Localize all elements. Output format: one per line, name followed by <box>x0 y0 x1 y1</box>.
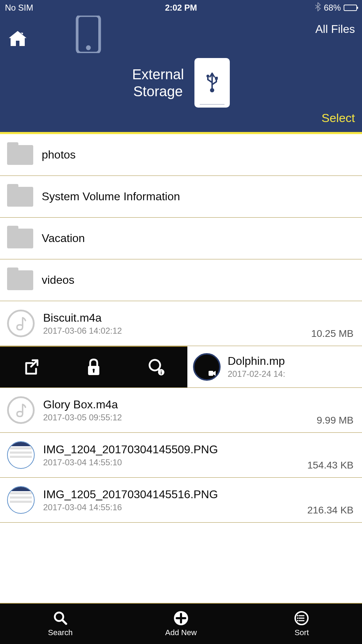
svg-point-17 <box>297 620 298 621</box>
sort-icon <box>294 610 309 626</box>
item-name: Glory Box.m4a <box>43 398 355 411</box>
item-size: 10.25 MB <box>311 328 354 339</box>
usb-storage-icon[interactable] <box>194 58 230 108</box>
item-name: photos <box>42 148 355 161</box>
add-new-button[interactable]: Add New <box>121 604 241 644</box>
svg-point-3 <box>206 75 209 77</box>
folder-icon <box>7 187 33 207</box>
share-button[interactable] <box>21 357 42 378</box>
item-name: IMG_1205_20170304145516.PNG <box>43 488 355 501</box>
item-name: IMG_1204_20170304145509.PNG <box>43 443 355 456</box>
list-item[interactable]: Vacation <box>0 218 362 259</box>
svg-point-2 <box>210 88 214 92</box>
info-button[interactable]: i <box>146 357 167 378</box>
folder-icon <box>7 270 33 290</box>
item-name: videos <box>42 274 355 287</box>
status-bar: No SIM 2:02 PM 68% <box>0 0 362 16</box>
item-meta: 2017-03-05 09:55:12 <box>43 413 355 422</box>
battery-icon <box>344 5 357 11</box>
list-item[interactable]: Glory Box.m4a 2017-03-05 09:55:12 9.99 M… <box>0 388 362 433</box>
item-size: 216.34 KB <box>307 505 354 516</box>
item-size: 154.43 KB <box>307 460 354 471</box>
svg-rect-7 <box>93 370 94 373</box>
item-meta: 2017-03-06 14:02:12 <box>43 326 355 336</box>
bottom-toolbar: Search Add New Sort <box>0 603 362 644</box>
list-item[interactable]: Biscuit.m4a 2017-03-06 14:02:12 10.25 MB <box>0 301 362 346</box>
svg-text:i: i <box>160 370 162 375</box>
carrier-text: No SIM <box>5 3 122 13</box>
item-name: System Volume Information <box>42 190 355 203</box>
home-button[interactable] <box>7 19 28 51</box>
sort-button[interactable]: Sort <box>241 604 362 644</box>
list-item[interactable]: IMG_1205_20170304145516.PNG 2017-03-04 1… <box>0 478 362 523</box>
list-item[interactable]: videos <box>0 259 362 301</box>
page-title: External Storage <box>132 66 184 100</box>
audio-icon <box>7 396 35 424</box>
search-button[interactable]: Search <box>0 604 121 644</box>
svg-point-16 <box>297 617 298 619</box>
clock-text: 2:02 PM <box>122 3 240 13</box>
item-name: Dolphin.mp <box>228 355 356 368</box>
item-meta: 2017-02-24 14: <box>228 369 356 379</box>
svg-point-15 <box>297 615 298 616</box>
magnify-info-icon: i <box>147 358 165 376</box>
search-icon <box>53 610 68 626</box>
phone-icon[interactable] <box>71 16 106 53</box>
share-icon <box>22 358 40 376</box>
folder-icon <box>7 145 33 165</box>
usb-icon <box>205 70 219 95</box>
video-icon <box>193 353 221 381</box>
title-area: External Storage <box>7 58 355 108</box>
bluetooth-icon <box>315 2 321 13</box>
battery-percent: 68% <box>324 3 341 13</box>
svg-rect-4 <box>215 77 218 80</box>
folder-icon <box>7 229 33 248</box>
list-item[interactable]: photos <box>0 134 362 176</box>
swipe-actions: i <box>0 346 187 387</box>
app-header: All Files External Storage Select <box>0 16 362 132</box>
list-item[interactable]: System Volume Information <box>0 176 362 218</box>
list-item-swiped[interactable]: i Dolphin.mp 2017-02-24 14: <box>0 346 362 388</box>
status-right: 68% <box>240 2 357 13</box>
item-name: Biscuit.m4a <box>43 311 355 324</box>
file-list[interactable]: photos System Volume Information Vacatio… <box>0 134 362 603</box>
svg-rect-11 <box>209 371 213 376</box>
svg-point-1 <box>86 45 91 50</box>
plus-circle-icon <box>173 610 189 626</box>
audio-icon <box>7 310 35 337</box>
all-files-button[interactable]: All Files <box>315 23 355 36</box>
select-button[interactable]: Select <box>7 111 355 125</box>
item-name: Vacation <box>42 232 355 245</box>
list-item[interactable]: IMG_1204_20170304145509.PNG 2017-03-04 1… <box>0 433 362 478</box>
home-icon <box>7 28 28 50</box>
image-thumbnail-icon <box>7 486 35 514</box>
image-thumbnail-icon <box>7 441 35 469</box>
lock-icon <box>86 358 101 376</box>
lock-button[interactable] <box>83 357 104 378</box>
item-size: 9.99 MB <box>317 415 354 426</box>
